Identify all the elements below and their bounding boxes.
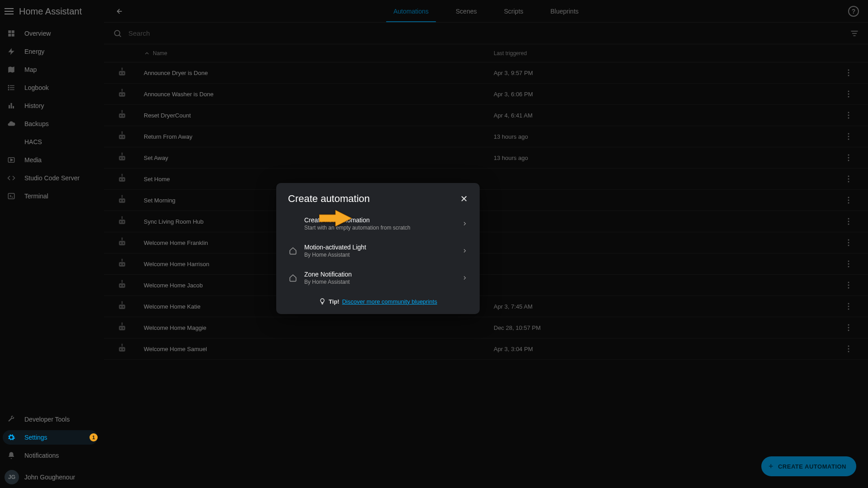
dialog-option-title: Create new automation (304, 216, 410, 224)
home-icon (288, 247, 298, 255)
dialog-option-create-new-automation[interactable]: Create new automationStart with an empty… (281, 210, 475, 237)
dialog-option-subtitle: By Home Assistant (304, 279, 352, 285)
sidebar-item-label: Settings (24, 434, 47, 441)
chevron-right-icon (462, 221, 468, 227)
dialog-option-zone-notification[interactable]: Zone NotificationBy Home Assistant (281, 264, 475, 291)
settings-badge: 1 (90, 433, 98, 441)
chevron-right-icon (462, 248, 468, 254)
gear-icon (6, 433, 16, 441)
dialog-footer: Tip! Discover more community blueprints (276, 295, 480, 314)
chevron-right-icon (462, 275, 468, 281)
dialog-option-motion-activated-light[interactable]: Motion-activated LightBy Home Assistant (281, 237, 475, 264)
tip-icon (319, 298, 326, 305)
dialog-option-subtitle: Start with an empty automation from scra… (304, 225, 410, 231)
dialog-overlay[interactable]: Create automation ✕ Create new automatio… (0, 0, 868, 488)
tip-link[interactable]: Discover more community blueprints (342, 298, 437, 305)
dialog-title: Create automation (288, 193, 370, 205)
close-button[interactable]: ✕ (460, 193, 468, 204)
dialog-option-title: Motion-activated Light (304, 244, 366, 251)
dialog-header: Create automation ✕ (276, 183, 480, 210)
tip-label: Tip! (329, 298, 340, 305)
create-automation-dialog: Create automation ✕ Create new automatio… (276, 183, 480, 314)
dialog-option-title: Zone Notification (304, 271, 352, 278)
dialog-option-subtitle: By Home Assistant (304, 252, 366, 258)
home-icon (288, 274, 298, 282)
